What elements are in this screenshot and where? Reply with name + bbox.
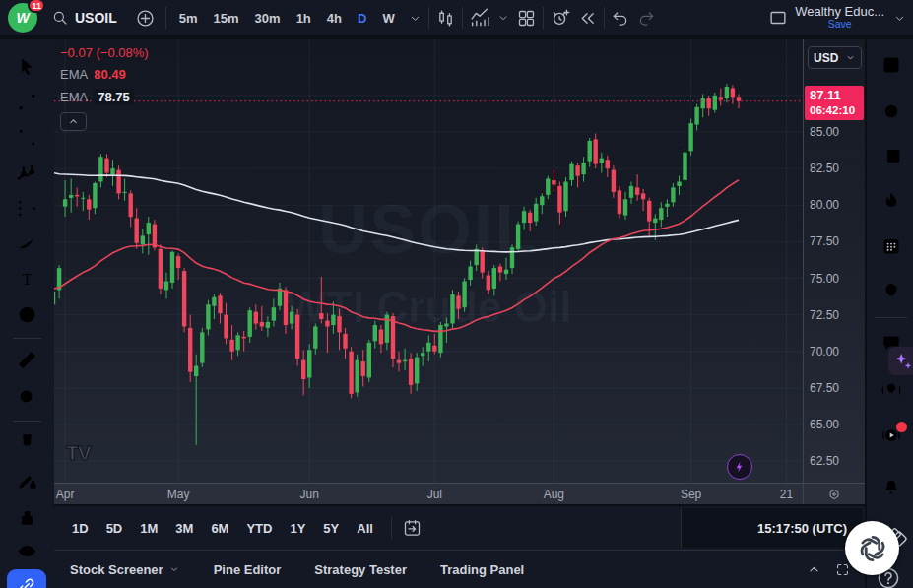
price-tick: 72.50	[810, 308, 839, 322]
save-layout-icon[interactable]	[767, 7, 789, 29]
price-tick: 85.00	[810, 125, 839, 139]
ema-fast-value: 80.49	[94, 67, 126, 82]
layout-name-button[interactable]: Wealthy Educ... Save	[795, 5, 884, 31]
currency-dropdown[interactable]: USD	[808, 46, 862, 69]
range-3m[interactable]: 3M	[167, 516, 201, 541]
hotlists-icon[interactable]	[878, 187, 904, 214]
price-tick: 65.00	[810, 418, 839, 431]
ideas-icon[interactable]	[878, 278, 904, 304]
trend-line-tool-icon[interactable]	[14, 89, 40, 115]
timeframe-group: 5m15m30m1h4hDW	[172, 7, 402, 30]
panel-expand-icon[interactable]	[834, 561, 851, 578]
drawing-toolbar: T	[0, 39, 54, 588]
range-6m[interactable]: 6M	[203, 516, 236, 541]
divider	[391, 517, 392, 539]
tradingview-logo[interactable]: TV	[66, 441, 91, 465]
notes-icon[interactable]	[878, 142, 904, 168]
layout-grid-icon[interactable]	[516, 8, 537, 29]
text-tool-icon[interactable]: T	[14, 266, 40, 293]
chevron-down-icon[interactable]	[408, 11, 423, 26]
ema-label: EMA	[60, 90, 88, 104]
ai-sparkle-badge[interactable]	[888, 347, 913, 375]
forecast-tool-icon[interactable]	[14, 195, 40, 222]
date-tick: Jul	[420, 488, 449, 501]
zoom-in-tool-icon[interactable]	[14, 384, 40, 411]
xabcd-pattern-tool-icon[interactable]	[14, 160, 40, 186]
stay-in-drawing-mode-icon[interactable]	[14, 467, 40, 493]
emoji-tool-icon[interactable]	[14, 301, 40, 328]
symbol-search-button[interactable]: USOIL	[43, 4, 125, 32]
price-tick: 77.50	[810, 234, 839, 248]
timeframe-1h[interactable]: 1h	[290, 7, 318, 30]
status-item-stock-screener[interactable]: Stock Screener	[70, 562, 180, 577]
bottom-status-bar: Stock ScreenerPine EditorStrategy Tester…	[54, 550, 865, 588]
compare-add-icon[interactable]	[135, 8, 156, 29]
clock-panel[interactable]: 15:17:50 (UTC)	[681, 508, 863, 548]
range-all[interactable]: All	[349, 516, 381, 541]
instant-order-bolt-button[interactable]	[727, 454, 752, 480]
range-1d[interactable]: 1D	[64, 516, 97, 541]
object-tree-link-button[interactable]	[7, 569, 46, 588]
undo-icon[interactable]	[611, 8, 630, 28]
collapse-legend-button[interactable]	[60, 112, 87, 131]
timeframe-30m[interactable]: 30m	[248, 7, 288, 30]
account-avatar[interactable]: W 11	[8, 3, 37, 33]
alert-add-icon[interactable]	[550, 7, 571, 29]
status-item-strategy-tester[interactable]: Strategy Tester	[314, 562, 407, 577]
chart-legend: −0.07 (−0.08%) EMA 80.49 EMA 78.75	[60, 45, 149, 131]
status-item-pine-editor[interactable]: Pine Editor	[214, 562, 282, 577]
top-toolbar: W 11 USOIL 5m15m30m1h4hDW Wealthy Educ..…	[0, 0, 913, 39]
lock-drawings-icon[interactable]	[14, 504, 40, 531]
range-5y[interactable]: 5Y	[315, 516, 347, 541]
indicators-icon[interactable]	[469, 7, 490, 29]
fib-retracement-tool-icon[interactable]	[14, 124, 40, 151]
price-axis[interactable]: USD 87.11 06:42:10 87.5085.0082.5080.007…	[803, 39, 865, 483]
date-tick: May	[163, 488, 193, 501]
timeframe-15m[interactable]: 15m	[207, 7, 246, 30]
date-tick: Apr	[50, 488, 80, 501]
chatgpt-floating-button[interactable]	[845, 521, 899, 575]
range-1m[interactable]: 1M	[132, 516, 165, 541]
cursor-tool-icon[interactable]	[14, 53, 40, 80]
indicators-chevron-icon[interactable]	[496, 11, 510, 25]
date-axis[interactable]: AprMayJunJulAugSep21	[54, 483, 865, 504]
symbol-label: USOIL	[75, 10, 117, 26]
status-item-trading-panel[interactable]: Trading Panel	[440, 562, 524, 577]
panel-collapse-chevron-icon[interactable]	[806, 561, 822, 578]
divider	[13, 421, 41, 422]
range-5d[interactable]: 5D	[98, 516, 131, 541]
watchlist-icon[interactable]	[878, 51, 904, 78]
magnet-tool-icon[interactable]	[14, 429, 40, 456]
timeframe-D[interactable]: D	[351, 7, 373, 30]
candles-style-icon[interactable]	[435, 8, 456, 29]
calendar-icon[interactable]	[878, 232, 904, 259]
price-tick: 62.50	[810, 454, 839, 468]
range-1y[interactable]: 1Y	[282, 516, 313, 541]
notifications-bell-icon[interactable]	[878, 471, 904, 497]
right-sidebar	[865, 39, 913, 588]
range-ytd[interactable]: YTD	[238, 516, 280, 541]
chart-pane[interactable]: USOIL WTI Crude Oil −0.07 (−0.08%) EMA 8…	[54, 39, 803, 483]
brush-tool-icon[interactable]	[14, 230, 40, 257]
redo-icon[interactable]	[636, 8, 656, 28]
timeframe-4h[interactable]: 4h	[320, 7, 349, 30]
layout-chevron-icon[interactable]	[892, 11, 907, 26]
bar-replay-icon[interactable]	[577, 8, 598, 29]
axis-settings-cell[interactable]	[803, 484, 865, 505]
go-to-date-icon[interactable]	[402, 518, 423, 539]
ema-slow-legend-row[interactable]: EMA 78.75	[60, 89, 149, 105]
ema-fast-legend-row[interactable]: EMA 80.49	[60, 67, 149, 82]
hide-drawings-icon[interactable]	[14, 538, 40, 564]
measure-tool-icon[interactable]	[14, 347, 40, 373]
price-tick: 67.50	[810, 381, 839, 395]
notification-badge: 11	[28, 0, 45, 13]
candlestick-chart[interactable]	[54, 39, 803, 483]
alerts-icon[interactable]	[878, 97, 904, 123]
bar-countdown: 06:42:10	[810, 103, 864, 117]
price-tick: 82.50	[810, 162, 839, 175]
timeframe-W[interactable]: W	[375, 7, 401, 30]
live-ideas-icon[interactable]	[878, 376, 904, 403]
date-tick: Jun	[294, 488, 324, 501]
timeframe-5m[interactable]: 5m	[172, 7, 205, 30]
divider	[13, 338, 41, 339]
